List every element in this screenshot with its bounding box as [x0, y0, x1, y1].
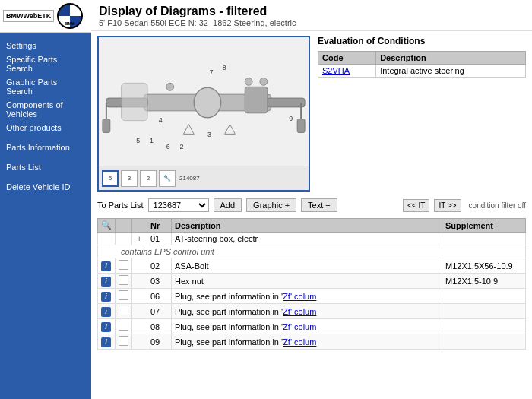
- row-nr: 02: [147, 258, 172, 274]
- row-supplement: [442, 319, 526, 334]
- table-sub-row: contains EPS control unit: [98, 245, 526, 258]
- checkbox-icon[interactable]: [119, 306, 128, 315]
- row-icon-check: [116, 319, 132, 334]
- svg-rect-8: [297, 119, 305, 133]
- col-search: 🔍: [98, 219, 116, 233]
- sidebar: BMWWebETK Settings Specific Parts Search…: [0, 0, 91, 399]
- svg-text:5: 5: [136, 137, 140, 144]
- row-icon-info: i: [98, 319, 116, 334]
- svg-text:4: 4: [159, 116, 163, 124]
- svg-point-3: [194, 87, 220, 117]
- row-icon-info: i: [98, 258, 116, 274]
- info-icon[interactable]: i: [101, 292, 111, 302]
- table-row: i06Plug, see part information in 'Zf' co…: [98, 289, 526, 304]
- graphic-button[interactable]: Graphic +: [246, 198, 296, 212]
- svg-point-20: [166, 83, 174, 90]
- header: Display of Diagrams - filtered 5' F10 Se…: [91, 0, 532, 31]
- row-description: Plug, see part information in 'Zf' colum: [172, 289, 442, 304]
- sidebar-item-graphic-parts-search[interactable]: Graphic Parts Search: [0, 75, 91, 98]
- row-icon-info: i: [98, 334, 116, 350]
- col-icon3: [132, 219, 147, 233]
- row-nr: 03: [147, 274, 172, 289]
- sidebar-item-parts-information[interactable]: Parts Information: [0, 141, 91, 154]
- sidebar-item-other-products[interactable]: Other products: [0, 121, 91, 135]
- sidebar-item-delete-vehicle-id[interactable]: Delete Vehicle ID: [0, 180, 91, 194]
- row-icon-info: i: [98, 304, 116, 319]
- eval-col-description: Description: [376, 52, 526, 65]
- thumbnail-tool[interactable]: 🔧: [159, 170, 176, 187]
- row-nr: 08: [147, 319, 172, 334]
- row-icon-plus: +: [132, 233, 147, 245]
- row-icon-check: [116, 233, 132, 245]
- row-description: Plug, see part information in 'Zf' colum: [172, 334, 442, 350]
- sidebar-item-parts-list[interactable]: Parts List: [0, 160, 91, 174]
- info-icon[interactable]: i: [101, 322, 111, 332]
- sidebar-item-components-of-vehicles[interactable]: Components of Vehicles: [0, 98, 91, 121]
- toolbar: To Parts List 123687 Add Graphic + Text …: [97, 196, 526, 214]
- eval-description: Integral active steering: [376, 65, 526, 78]
- eval-code-link[interactable]: S2VHA: [322, 66, 350, 75]
- zf-link[interactable]: Zf' colum: [283, 337, 316, 347]
- text-button[interactable]: Text +: [301, 198, 337, 212]
- thumbnail-3[interactable]: 2: [140, 170, 157, 187]
- row-supplement: [442, 334, 526, 350]
- main-content: Display of Diagrams - filtered 5' F10 Se…: [91, 0, 532, 399]
- row-supplement: M12X1,5X56-10.9: [442, 258, 526, 274]
- diagram-number: 214087: [179, 175, 200, 182]
- zf-link[interactable]: Zf' colum: [283, 322, 316, 331]
- checkbox-icon[interactable]: [119, 336, 128, 346]
- col-supp-header: Supplement: [442, 219, 526, 233]
- table-row: i03Hex nutM12X1.5-10.9: [98, 274, 526, 289]
- parts-table: 🔍 Nr Description Supplement +01AT-steeri…: [97, 218, 526, 350]
- col-nr-header: Nr: [147, 219, 172, 233]
- prev-button[interactable]: << IT: [403, 199, 429, 212]
- row-icon-check: [116, 274, 132, 289]
- row-nr: 07: [147, 304, 172, 319]
- checkbox-icon[interactable]: [119, 275, 128, 285]
- add-button[interactable]: Add: [214, 198, 242, 212]
- info-icon[interactable]: i: [101, 307, 111, 317]
- row-description: AT-steering box, electr: [172, 233, 442, 245]
- checkbox-icon[interactable]: [119, 321, 128, 331]
- checkbox-icon[interactable]: [119, 290, 128, 300]
- parts-list-select[interactable]: 123687: [148, 198, 209, 212]
- svg-rect-23: [122, 83, 148, 120]
- evaluation-table: Code Description S2VHA Integral active s…: [318, 51, 526, 78]
- filter-label: condition filter off: [469, 201, 526, 210]
- info-icon[interactable]: i: [101, 337, 111, 347]
- thumbnail-1[interactable]: 5: [102, 170, 119, 187]
- row-icon-plus: [132, 319, 147, 334]
- sidebar-item-settings[interactable]: Settings: [0, 39, 91, 52]
- svg-rect-2: [268, 98, 305, 107]
- row-icon-check: [116, 289, 132, 304]
- sidebar-item-specific-parts-search[interactable]: Specific Parts Search: [0, 52, 91, 75]
- plus-icon[interactable]: +: [135, 234, 143, 243]
- row-description: ASA-Bolt: [172, 258, 442, 274]
- table-row: i08Plug, see part information in 'Zf' co…: [98, 319, 526, 334]
- bmw-logo: [57, 3, 83, 29]
- svg-text:1: 1: [150, 137, 154, 144]
- row-icon-info: i: [98, 289, 116, 304]
- row-icon-check: [116, 258, 132, 274]
- zf-link[interactable]: Zf' colum: [283, 307, 316, 316]
- eval-col-code: Code: [318, 52, 376, 65]
- svg-point-21: [245, 78, 252, 85]
- sidebar-nav: Settings Specific Parts Search Graphic P…: [0, 33, 91, 200]
- row-supplement: M12X1.5-10.9: [442, 274, 526, 289]
- row-nr: 09: [147, 334, 172, 350]
- svg-rect-6: [103, 119, 110, 133]
- next-button[interactable]: IT >>: [434, 199, 461, 212]
- svg-text:9: 9: [289, 115, 293, 122]
- svg-text:2: 2: [179, 143, 183, 150]
- diagram-thumbnails: 5 3 2 🔧 214087: [99, 166, 309, 190]
- info-icon[interactable]: i: [101, 277, 111, 287]
- checkbox-icon[interactable]: [119, 260, 128, 270]
- thumbnail-2[interactable]: 3: [121, 170, 138, 187]
- zf-link[interactable]: Zf' colum: [283, 292, 316, 301]
- row-icon-info: i: [98, 274, 116, 289]
- parts-table-wrapper: 🔍 Nr Description Supplement +01AT-steeri…: [97, 218, 526, 394]
- row-supplement: [442, 289, 526, 304]
- sub-row-text: contains EPS control unit: [98, 245, 526, 258]
- info-icon[interactable]: i: [101, 261, 111, 271]
- diagram-box[interactable]: 7 8 3 4 5 1 6 2 9: [97, 36, 310, 192]
